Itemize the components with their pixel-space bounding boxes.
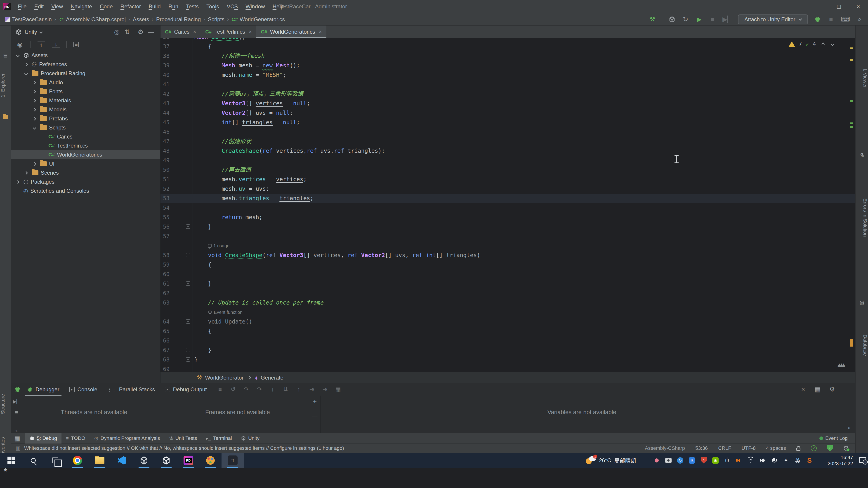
file-encoding[interactable]: UTF-8 xyxy=(742,445,756,451)
line-number[interactable]: 60 xyxy=(160,269,169,279)
step-over-icon[interactable]: ↷ xyxy=(243,385,250,394)
expand-down-icon[interactable]: ↓ xyxy=(52,41,60,47)
caret-position[interactable]: 53:36 xyxy=(695,445,708,451)
evaluate-icon[interactable]: ▦ xyxy=(334,385,342,394)
close-button[interactable]: × xyxy=(848,0,868,13)
line-number[interactable]: 46 xyxy=(160,127,169,137)
status-message[interactable]: Whitespace did not insert selected sugge… xyxy=(24,445,344,451)
tree-item-references[interactable]: ⚇References xyxy=(11,60,160,69)
fold-marker-icon[interactable] xyxy=(186,253,190,257)
taskbar-app-search[interactable] xyxy=(22,453,44,468)
breadcrumb-item[interactable]: Assets xyxy=(133,16,149,23)
inlay-event[interactable]: Event function xyxy=(208,307,243,317)
line-number[interactable]: 65 xyxy=(160,326,169,336)
tree-toggle-icon[interactable] xyxy=(31,99,38,102)
event-log-button[interactable]: Event Log xyxy=(819,435,848,441)
sogou-icon[interactable]: S xyxy=(806,457,813,464)
tree-toggle-icon[interactable] xyxy=(31,127,38,129)
menu-item-navigate[interactable]: Navigate xyxy=(67,0,96,13)
build-hammer-icon[interactable]: ⚒ xyxy=(649,15,656,24)
step-into-icon[interactable]: ↓ xyxy=(269,385,276,394)
notification-center-icon[interactable]: 5 xyxy=(859,457,866,463)
tree-item-scenes[interactable]: Scenes xyxy=(11,168,160,177)
line-number[interactable]: 49 xyxy=(160,156,169,165)
tree-toggle-icon[interactable] xyxy=(14,54,21,57)
settings-gear-icon[interactable]: ⚙ xyxy=(828,385,836,394)
line-number[interactable]: 51 xyxy=(160,175,169,184)
taskbar-app-chrome[interactable] xyxy=(66,453,89,468)
tree-item-worldgenerator-cs[interactable]: C#WorldGenerator.cs xyxy=(11,150,160,159)
select-opened-file-icon[interactable]: ◉ xyxy=(16,40,24,49)
stripe-mark[interactable] xyxy=(850,47,853,49)
hide-icon[interactable]: — xyxy=(147,28,155,37)
stop-icon[interactable]: ■ xyxy=(709,15,717,24)
stripe-mark[interactable] xyxy=(850,126,853,128)
expand-up-icon[interactable]: ↑ xyxy=(37,41,45,47)
taskbar-clock[interactable]: 16:47 2023-07-22 xyxy=(828,454,853,466)
line-number[interactable]: 54 xyxy=(160,203,169,213)
next-issue-icon[interactable] xyxy=(831,42,834,46)
usb-icon[interactable]: ψ xyxy=(724,457,731,464)
sidebar-tab-il-viewer[interactable]: IL Viewer xyxy=(856,51,868,105)
ime-icon[interactable]: 英 xyxy=(794,457,801,464)
line-number[interactable]: 69 xyxy=(160,364,169,372)
breadcrumb-item[interactable]: Procedural Racing xyxy=(156,16,201,23)
collapse-all-icon[interactable]: ⇅ xyxy=(123,28,131,37)
menu-item-run[interactable]: Run xyxy=(164,0,182,13)
attach-to-unity-editor-button[interactable]: Attach to Unity Editor xyxy=(738,14,808,24)
debug-tab-debugger[interactable]: Debugger xyxy=(23,383,63,396)
sync-icon[interactable]: ↻ xyxy=(677,457,684,464)
line-number[interactable]: 66 xyxy=(160,336,169,346)
scratch-file-icon[interactable]: ▦ xyxy=(73,42,79,47)
line-number[interactable]: 43 xyxy=(160,99,169,108)
tree-item-scripts[interactable]: Scripts xyxy=(11,123,160,132)
fold-marker-icon[interactable] xyxy=(186,224,190,229)
debug-tab-debug-output[interactable]: ▸Debug Output xyxy=(161,383,211,396)
search-icon[interactable]: ⌕ xyxy=(856,15,864,24)
editor-tab-worldgenerator-cs[interactable]: C#WorldGenerator.cs× xyxy=(256,26,327,38)
breadcrumb-item[interactable]: Scripts xyxy=(208,16,224,23)
tree-item-audio[interactable]: Audio xyxy=(11,78,160,87)
tree-toggle-icon[interactable] xyxy=(31,81,38,84)
taskbar-app-explorer[interactable] xyxy=(89,453,111,468)
line-number[interactable]: 63 xyxy=(160,298,169,307)
green-shield-icon[interactable]: ✓ xyxy=(827,445,833,451)
debug-tab-console[interactable]: ▸Console xyxy=(65,383,101,396)
tree-toggle-icon[interactable] xyxy=(31,108,38,111)
line-ending[interactable]: CRLF xyxy=(718,445,731,451)
taskbar-app-capture[interactable]: ⌗ xyxy=(221,453,244,468)
toolbar-item-todo[interactable]: ≡TODO xyxy=(61,433,90,444)
menu-item-tests[interactable]: Tests xyxy=(182,0,203,13)
layout-icon[interactable]: ▦ xyxy=(814,385,822,394)
fold-marker-icon[interactable] xyxy=(186,319,190,324)
taskbar-app-start[interactable] xyxy=(0,453,22,468)
variables-panel[interactable]: Variables are not available xyxy=(320,396,843,433)
close-icon[interactable]: × xyxy=(799,385,807,394)
unlock-icon[interactable] xyxy=(796,448,800,451)
breadcrumb-method[interactable]: Generate xyxy=(260,375,283,381)
remove-watch-icon[interactable]: — xyxy=(312,413,318,420)
run-to-cursor-icon[interactable]: ⇥ xyxy=(308,385,316,394)
kdocs-icon[interactable]: K xyxy=(688,457,695,464)
tree-toggle-icon[interactable] xyxy=(23,172,29,174)
debug-bug-icon[interactable] xyxy=(814,15,822,24)
menu-item-window[interactable]: Window xyxy=(242,0,269,13)
taskbar-app-rider[interactable]: RD xyxy=(177,453,199,468)
toolbar-item-unity[interactable]: Unity xyxy=(237,433,264,444)
line-number[interactable]: 44 xyxy=(160,108,169,118)
locate-icon[interactable]: ◎ xyxy=(113,28,121,37)
line-number[interactable]: 37 xyxy=(160,42,169,51)
unity-icon[interactable] xyxy=(668,15,676,24)
sidebar-tab-errors-in-solution[interactable]: Errors In Solution xyxy=(856,164,868,271)
sidebar-tab-explorer[interactable]: 1: Explorer xyxy=(0,59,11,111)
indent-setting[interactable]: 4 spaces xyxy=(766,445,786,451)
refresh-icon[interactable]: ↻ xyxy=(682,15,689,24)
tree-toggle-icon[interactable] xyxy=(14,181,21,183)
debug-tab-parallel-stacks[interactable]: ⋮⋮Parallel Stacks xyxy=(103,383,159,396)
settings-gear-icon[interactable]: ⚙ xyxy=(137,28,145,37)
tree-item-assets[interactable]: Assets xyxy=(11,51,160,60)
tool-windows-icon[interactable]: ▦ xyxy=(13,434,21,443)
sidebar-tab-structure[interactable]: Structure xyxy=(0,386,11,422)
tree-item-procedural-racing[interactable]: Procedural Racing xyxy=(11,69,160,78)
line-number[interactable]: 48 xyxy=(160,146,169,156)
